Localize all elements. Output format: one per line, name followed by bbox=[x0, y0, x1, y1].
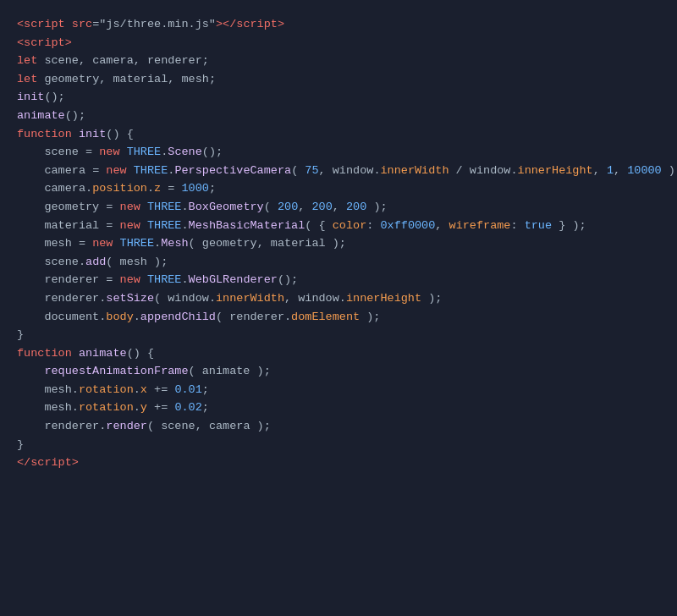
code-line-20: renderer = new THREE.WebGLRenderer(); bbox=[17, 271, 660, 289]
code-line-7: animate(); bbox=[17, 107, 660, 125]
code-line-3: let scene, camera, renderer; bbox=[17, 52, 660, 70]
code-line-11: camera = new THREE.PerspectiveCamera( 75… bbox=[17, 162, 660, 180]
code-line-30: mesh.rotation.y += 0.02; bbox=[17, 399, 660, 417]
code-line-9: function init() { bbox=[17, 125, 660, 144]
code-line-12: camera.position.z = 1000; bbox=[17, 179, 660, 198]
code-line-6: init(); bbox=[17, 88, 660, 107]
code-line-1: <script src="js/three.min.js"></script> bbox=[17, 15, 660, 34]
code-line-34: </script> bbox=[17, 454, 660, 472]
code-line-28: requestAnimationFrame( animate ); bbox=[17, 362, 660, 381]
code-line-21: renderer.setSize( window.innerWidth, win… bbox=[17, 289, 660, 308]
code-line-2: <script> bbox=[17, 34, 660, 52]
code-line-10: scene = new THREE.Scene(); bbox=[17, 143, 660, 162]
code-editor: <script src="js/three.min.js"></script> … bbox=[17, 15, 660, 472]
code-line-14: geometry = new THREE.BoxGeometry( 200, 2… bbox=[17, 198, 660, 217]
code-line-29: mesh.rotation.x += 0.01; bbox=[17, 381, 660, 399]
code-line-33: } bbox=[17, 436, 660, 454]
code-line-17: mesh = new THREE.Mesh( geometry, materia… bbox=[17, 234, 660, 253]
code-line-32: renderer.render( scene, camera ); bbox=[17, 417, 660, 436]
code-line-4: let geometry, material, mesh; bbox=[17, 70, 660, 89]
code-line-25: } bbox=[17, 326, 660, 344]
code-line-23: document.body.appendChild( renderer.domE… bbox=[17, 308, 660, 327]
code-line-18: scene.add( mesh ); bbox=[17, 253, 660, 272]
code-line-15: material = new THREE.MeshBasicMaterial( … bbox=[17, 217, 660, 235]
code-line-27: function animate() { bbox=[17, 344, 660, 363]
